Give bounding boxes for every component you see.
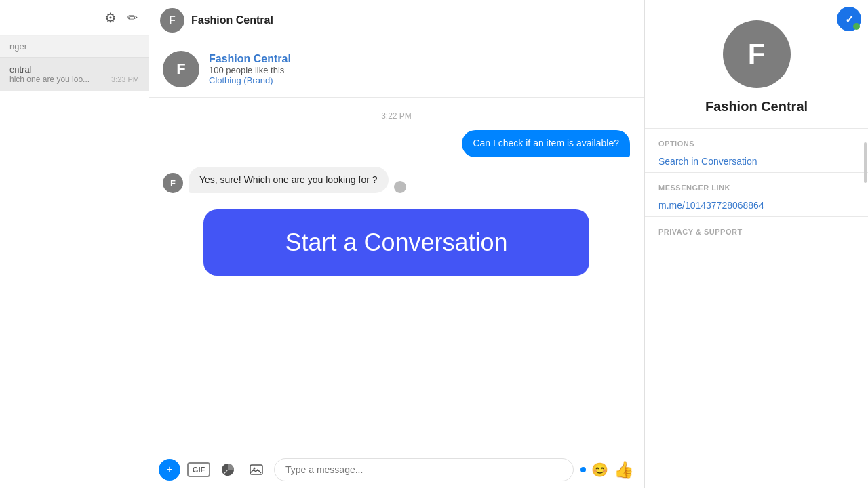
options-section: OPTIONS Search in Conversation	[645, 129, 868, 172]
timestamp-label: 3:22 PM	[163, 111, 630, 121]
message-input[interactable]	[274, 458, 574, 481]
chat-input-area: + GIF 😊 👍	[149, 451, 644, 488]
message-avatar: F	[163, 173, 183, 193]
photo-button[interactable]	[245, 459, 267, 481]
chat-header: F Fashion Central	[149, 0, 644, 41]
right-panel: F Fashion Central OPTIONS Search in Conv…	[644, 0, 868, 488]
sidebar-header: ⚙ ✏	[0, 0, 149, 36]
chat-header-avatar: F	[160, 8, 184, 33]
main-chat: F Fashion Central F Fashion Central 100 …	[149, 0, 644, 488]
right-panel-inner: OPTIONS Search in Conversation MESSENGER…	[645, 129, 868, 249]
input-right-icons: 😊 👍	[580, 460, 634, 479]
right-panel-name: Fashion Central	[705, 99, 808, 115]
messenger-url[interactable]: m.me/101437728068864	[658, 200, 854, 211]
sidebar-item-preview-2: hich one are you loo... 3:23 PM	[9, 75, 139, 84]
bubble-sent: Can I check if an item is available?	[462, 130, 630, 157]
search-in-conversation[interactable]: Search in Conversation	[658, 156, 854, 167]
sticker-button[interactable]	[217, 459, 239, 481]
verified-icon: ✓	[845, 13, 854, 26]
bubble-received: Yes, sure! Which one are you looking for…	[189, 167, 389, 194]
privacy-support-title: PRIVACY & SUPPORT	[658, 228, 854, 236]
sidebar-item-fashion-central[interactable]: entral hich one are you loo... 3:23 PM	[0, 58, 149, 92]
sidebar-item-name-2: entral	[9, 64, 139, 75]
online-dot	[853, 23, 860, 30]
scrollbar[interactable]	[864, 142, 867, 183]
sidebar: ⚙ ✏ nger entral hich one are you loo... …	[0, 0, 149, 488]
options-title: OPTIONS	[658, 140, 854, 148]
start-conversation-label: Start a Conversation	[285, 228, 507, 257]
right-panel-avatar: F	[723, 20, 791, 88]
messenger-link-section: MESSENGER LINK m.me/101437728068864	[645, 173, 868, 216]
gif-button[interactable]: GIF	[187, 462, 210, 477]
page-info-banner: F Fashion Central 100 people like this C…	[149, 41, 644, 98]
chat-header-title: Fashion Central	[191, 14, 273, 26]
start-conversation-banner[interactable]: Start a Conversation	[203, 209, 589, 276]
sidebar-item-preview-text-2: hich one are you loo...	[9, 75, 90, 84]
emoji-button[interactable]: 😊	[591, 462, 608, 478]
message-row-sent: Can I check if an item is available?	[163, 130, 630, 157]
page-info-details: Fashion Central 100 people like this Clo…	[209, 53, 291, 85]
like-button[interactable]: 👍	[614, 460, 634, 479]
verified-badge: ✓	[837, 7, 861, 31]
page-info-category[interactable]: Clothing (Brand)	[209, 75, 291, 85]
settings-icon[interactable]: ⚙	[104, 9, 117, 26]
page-info-likes: 100 people like this	[209, 65, 291, 75]
message-status-icon	[394, 181, 406, 193]
sidebar-item-time-2: 3:23 PM	[111, 75, 139, 83]
page-info-name[interactable]: Fashion Central	[209, 53, 291, 65]
sidebar-item-label-1: nger	[9, 41, 139, 52]
page-info-avatar: F	[163, 51, 199, 87]
messenger-link-title: MESSENGER LINK	[658, 184, 854, 192]
active-dot	[580, 467, 586, 472]
privacy-support-section: PRIVACY & SUPPORT	[645, 217, 868, 249]
message-row-received: F Yes, sure! Which one are you looking f…	[163, 167, 630, 194]
sidebar-item-truncated-1[interactable]: nger	[0, 36, 149, 58]
add-button[interactable]: +	[159, 459, 180, 481]
messages-area: 3:22 PM Can I check if an item is availa…	[149, 98, 644, 451]
compose-icon[interactable]: ✏	[127, 10, 138, 25]
